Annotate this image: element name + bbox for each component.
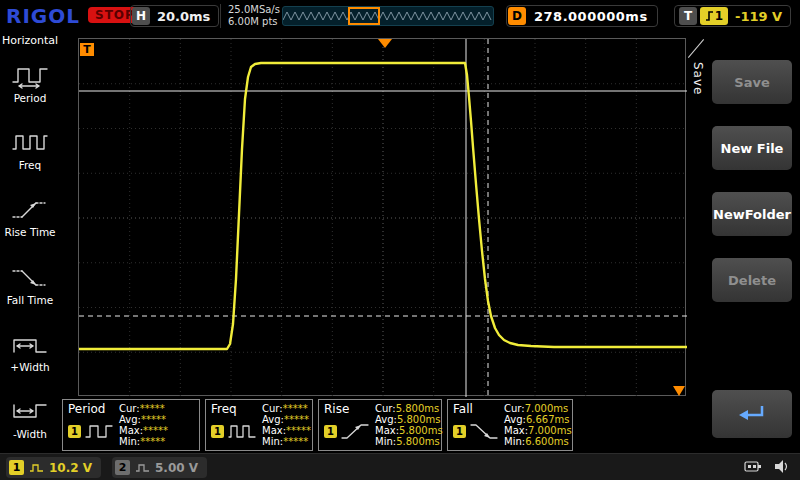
horizontal-label: H (132, 7, 150, 25)
avg-label: Avg: (504, 414, 526, 425)
channel-number: 2 (115, 460, 130, 475)
sidebar-item-label: +Width (10, 361, 49, 373)
speaker-icon[interactable] (774, 459, 790, 474)
trigger-info-group[interactable]: T 1 -119 V (674, 5, 791, 27)
avg-value: 5.800ms (397, 414, 441, 425)
top-bar: RIGOL STOP H 20.0ms 25.0MSa/s 6.00M pts … (0, 0, 800, 32)
measurement-fall: Fall 1 Cur:7.000ms Avg:6.667ms Max:7.000… (447, 399, 573, 451)
menu-button-delete[interactable]: Delete (712, 258, 792, 302)
usb-icon (744, 459, 762, 474)
cur-value: 5.800ms (396, 403, 440, 414)
menu-button-save[interactable]: Save (712, 60, 792, 104)
max-value: 5.800ms (399, 425, 443, 436)
sidebar-item-label: Rise Time (4, 226, 55, 238)
status-bar: 1 10.2 V 2 5.00 V (0, 453, 800, 480)
trigger-level-value: -119 V (731, 9, 786, 24)
min-label: Min: (119, 436, 140, 447)
cur-label: Cur: (119, 403, 140, 414)
channel-source-badge: 1 (68, 425, 81, 438)
avg-value: 6.667ms (526, 414, 570, 425)
measurement-rise: Rise 1 Cur:5.800ms Avg:5.800ms Max:5.800… (318, 399, 442, 451)
cur-value: ***** (283, 403, 308, 414)
channel-2-badge[interactable]: 2 5.00 V (112, 457, 207, 478)
waveform-position-bar[interactable] (282, 6, 494, 26)
trigger-edge-icon (705, 10, 714, 22)
memory-waveform-icon (283, 7, 493, 25)
min-label: Min: (504, 436, 525, 447)
acquisition-info: 25.0MSa/s 6.00M pts (220, 4, 280, 28)
avg-label: Avg: (119, 414, 141, 425)
sidebar-item-label: Freq (19, 159, 42, 171)
cur-label: Cur: (375, 403, 396, 414)
freq-meas-icon (227, 421, 257, 441)
rise-meas-icon (340, 421, 370, 441)
coupling-icon (135, 463, 150, 473)
avg-value: ***** (141, 414, 166, 425)
trigger-source: 1 (715, 9, 723, 23)
sidebar-item-label: Fall Time (7, 294, 53, 306)
channel-source-badge: 1 (324, 425, 337, 438)
min-value: ***** (283, 436, 308, 447)
status-icons (744, 459, 790, 474)
channel-scale: 10.2 V (49, 461, 92, 475)
channel-number: 1 (9, 460, 24, 475)
avg-value: ***** (284, 414, 309, 425)
cur-value: 7.000ms (525, 403, 569, 414)
sidebar-item-period[interactable]: Period (0, 50, 60, 117)
minus-width-icon (10, 399, 50, 425)
waveform-display: T (78, 38, 686, 396)
menu-tab-label: Save (691, 62, 705, 95)
sidebar-item-plus-width[interactable]: +Width (0, 319, 60, 386)
measurement-name: Freq (211, 402, 237, 416)
max-label: Max: (375, 425, 399, 436)
cur-label: Cur: (262, 403, 283, 414)
cur-value: ***** (140, 403, 165, 414)
menu-button-new-file[interactable]: New File (712, 126, 792, 170)
max-label: Max: (262, 425, 286, 436)
sample-rate: 25.0MSa/s (228, 4, 280, 16)
freq-icon (10, 130, 50, 156)
delay-label: D (508, 7, 526, 25)
plus-width-icon (10, 332, 50, 358)
sidebar-item-label: Period (14, 92, 47, 104)
min-value: ***** (140, 436, 165, 447)
max-label: Max: (504, 425, 528, 436)
fall-meas-icon (469, 421, 499, 441)
avg-label: Avg: (262, 414, 284, 425)
measurement-name: Period (68, 402, 105, 416)
sidebar-item-minus-width[interactable]: -Width (0, 386, 60, 453)
channel-source-badge: 1 (211, 425, 224, 438)
menu-button-back[interactable] (712, 390, 792, 438)
return-arrow-icon (735, 401, 769, 427)
cur-label: Cur: (504, 403, 525, 414)
sidebar-item-fall-time[interactable]: Fall Time (0, 252, 60, 319)
fall-time-icon (10, 265, 50, 291)
memory-depth: 6.00M pts (228, 16, 280, 28)
horizontal-timebase-group[interactable]: H 20.0ms (130, 5, 219, 27)
oscilloscope-screen: RIGOL STOP H 20.0ms 25.0MSa/s 6.00M pts … (0, 0, 800, 480)
delay-value: 278.000000ms (526, 9, 656, 24)
soft-menu: Save Save New File NewFolder Delete (688, 32, 800, 453)
timebase-value: 20.0ms (150, 9, 217, 24)
trigger-delay-group[interactable]: D 278.000000ms (506, 5, 658, 27)
sidebar-item-label: -Width (13, 428, 47, 440)
channel-scale: 5.00 V (155, 461, 198, 475)
period-meas-icon (84, 421, 114, 441)
menu-button-new-folder[interactable]: NewFolder (712, 192, 792, 236)
svg-text:T: T (83, 43, 91, 56)
channel-source-badge: 1 (453, 425, 466, 438)
measurement-name: Fall (453, 402, 473, 416)
max-value: 7.000ms (528, 425, 572, 436)
rigol-logo: RIGOL (6, 4, 80, 28)
max-label: Max: (119, 425, 143, 436)
measurement-freq: Freq 1 Cur:***** Avg:***** Max:***** Min… (205, 399, 313, 451)
measurement-name: Rise (324, 402, 349, 416)
sidebar-item-rise-time[interactable]: Rise Time (0, 184, 60, 251)
graticule-and-trace: T (79, 39, 687, 397)
channel-1-badge[interactable]: 1 10.2 V (6, 457, 101, 478)
sidebar-item-freq[interactable]: Freq (0, 117, 60, 184)
trigger-source-badge: 1 (700, 7, 728, 25)
max-value: ***** (143, 425, 168, 436)
min-label: Min: (262, 436, 283, 447)
measurement-period: Period 1 Cur:***** Avg:***** Max:***** M… (62, 399, 200, 451)
